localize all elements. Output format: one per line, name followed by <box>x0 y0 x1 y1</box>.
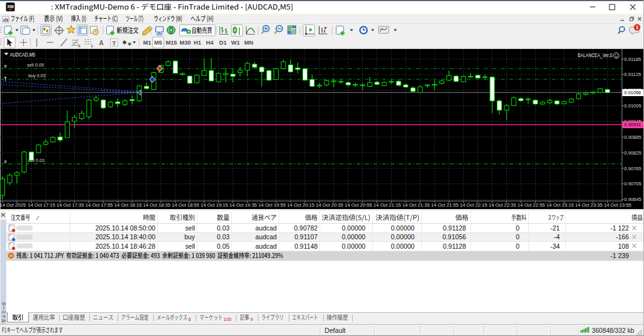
svg-text:0.90782: 0.90782 <box>294 225 318 232</box>
svg-text:E: E <box>79 44 81 48</box>
svg-text:0.00000: 0.00000 <box>391 225 414 232</box>
svg-text:0.91128: 0.91128 <box>443 225 466 232</box>
svg-text:W1: W1 <box>231 40 240 46</box>
svg-text:14 Oct 22:15: 14 Oct 22:15 <box>460 202 487 208</box>
svg-text:-1 239: -1 239 <box>611 252 630 259</box>
svg-text:-4: -4 <box>554 234 560 241</box>
svg-text:-166: -166 <box>616 234 629 241</box>
svg-text:0.90645: 0.90645 <box>625 197 641 202</box>
svg-text:14 Oct 21:15: 14 Oct 21:15 <box>374 202 401 208</box>
svg-text:Default: Default <box>325 327 346 334</box>
svg-text:0.91185: 0.91185 <box>625 57 641 62</box>
svg-text:0.03: 0.03 <box>217 225 230 232</box>
svg-text:14 Oct 20:55: 14 Oct 20:55 <box>345 202 372 208</box>
svg-text:T: T <box>113 40 116 46</box>
svg-text:108: 108 <box>618 243 630 250</box>
svg-text:M1: M1 <box>143 40 152 46</box>
svg-text:0.91107: 0.91107 <box>294 234 318 241</box>
svg-text:0.90825: 0.90825 <box>625 150 641 156</box>
svg-text:-34: -34 <box>550 243 560 250</box>
svg-text:buy 0.03: buy 0.03 <box>28 73 46 79</box>
svg-text:D1: D1 <box>219 40 227 46</box>
svg-text:0.00000: 0.00000 <box>341 225 365 232</box>
svg-text:0.05: 0.05 <box>217 243 230 250</box>
svg-text:0.91005: 0.91005 <box>625 103 641 109</box>
svg-text:A: A <box>99 40 104 46</box>
svg-text:14 Oct 22:35: 14 Oct 22:35 <box>489 202 516 208</box>
svg-text:audcad: audcad <box>255 225 277 232</box>
svg-text:14 Oct 23:35: 14 Oct 23:35 <box>575 202 602 208</box>
svg-text:105: 105 <box>223 317 231 322</box>
svg-text:M30: M30 <box>179 40 191 46</box>
svg-text:14 Oct 18:35: 14 Oct 18:35 <box>143 202 170 208</box>
svg-text:14 Oct 23:15: 14 Oct 23:15 <box>547 202 574 208</box>
svg-text:buy: buy <box>184 234 196 241</box>
svg-text:M15: M15 <box>165 40 177 46</box>
svg-text:14 Oct 19:15: 14 Oct 19:15 <box>201 202 228 208</box>
svg-text:14 Oct 17:55: 14 Oct 17:55 <box>86 202 113 208</box>
svg-text:0.00000: 0.00000 <box>391 234 414 241</box>
svg-text:14 Oct 20:35: 14 Oct 20:35 <box>316 202 343 208</box>
svg-text:14 Oct 21:55: 14 Oct 21:55 <box>431 202 458 208</box>
svg-text:14 Oct 2025: 14 Oct 2025 <box>0 202 26 208</box>
svg-text:M5: M5 <box>154 40 162 46</box>
svg-text:0: 0 <box>516 225 519 232</box>
svg-text:MN: MN <box>244 40 253 46</box>
svg-text:14 Oct 18:15: 14 Oct 18:15 <box>114 202 142 208</box>
svg-text:360848/332 kb: 360848/332 kb <box>592 327 635 334</box>
svg-text:AUDCAD,M5: AUDCAD,M5 <box>10 51 36 58</box>
svg-text:14 Oct 19:35: 14 Oct 19:35 <box>230 202 257 208</box>
svg-text:14 Oct 23:55: 14 Oct 23:55 <box>604 202 631 208</box>
svg-text:0.91056: 0.91056 <box>442 234 466 241</box>
svg-text:0.03: 0.03 <box>217 234 230 241</box>
svg-text:0.00000: 0.00000 <box>341 234 365 241</box>
svg-text:14 Oct 18:55: 14 Oct 18:55 <box>172 202 199 208</box>
svg-text:audcad: audcad <box>255 243 277 250</box>
svg-text:2025.10.14 18:46:28: 2025.10.14 18:46:28 <box>96 243 156 250</box>
svg-text:14 Oct 17:15: 14 Oct 17:15 <box>28 202 55 208</box>
svg-text:0.90931: 0.90931 <box>625 122 641 127</box>
svg-text:0.90765: 0.90765 <box>625 166 641 171</box>
svg-text:audcad: audcad <box>255 234 277 241</box>
svg-text:0.00000: 0.00000 <box>341 243 365 250</box>
svg-text:2025.10.14 18:40:00: 2025.10.14 18:40:00 <box>96 234 156 241</box>
svg-text:9: 9 <box>250 317 253 322</box>
svg-text:-21: -21 <box>550 225 560 232</box>
svg-text:sell 0.05: sell 0.05 <box>27 62 44 68</box>
svg-text:sell: sell <box>185 243 195 250</box>
svg-text:sell: sell <box>185 225 195 232</box>
svg-text:0.91056: 0.91056 <box>625 90 641 95</box>
svg-text:0.91128: 0.91128 <box>443 243 466 250</box>
svg-text:14 Oct 20:15: 14 Oct 20:15 <box>287 202 314 208</box>
svg-text:14 Oct 19:55: 14 Oct 19:55 <box>258 202 286 208</box>
svg-text:14 Oct 21:35: 14 Oct 21:35 <box>402 202 430 208</box>
svg-text:14 Oct 17:35: 14 Oct 17:35 <box>57 202 84 208</box>
svg-text:6: 6 <box>189 317 191 322</box>
svg-text:XM: XM <box>7 4 14 9</box>
svg-text:2025.10.14 08:50:00: 2025.10.14 08:50:00 <box>96 225 156 232</box>
svg-text:14 Oct 22:55: 14 Oct 22:55 <box>518 202 545 208</box>
svg-text:1: 1 <box>636 24 638 30</box>
svg-text:0.91125: 0.91125 <box>625 72 641 77</box>
svg-text:H1: H1 <box>194 40 201 46</box>
svg-text:0.91148: 0.91148 <box>294 243 318 250</box>
svg-text:0.90705: 0.90705 <box>625 181 641 187</box>
svg-text:0.00000: 0.00000 <box>391 243 414 250</box>
svg-text:BALANCEA_Ver.S: BALANCEA_Ver.S <box>578 52 613 58</box>
svg-text:0: 0 <box>516 243 519 250</box>
svg-text:0: 0 <box>516 234 519 241</box>
svg-text:0.90885: 0.90885 <box>625 134 641 140</box>
svg-text:H4: H4 <box>206 40 214 46</box>
svg-text:-1 122: -1 122 <box>611 225 630 232</box>
